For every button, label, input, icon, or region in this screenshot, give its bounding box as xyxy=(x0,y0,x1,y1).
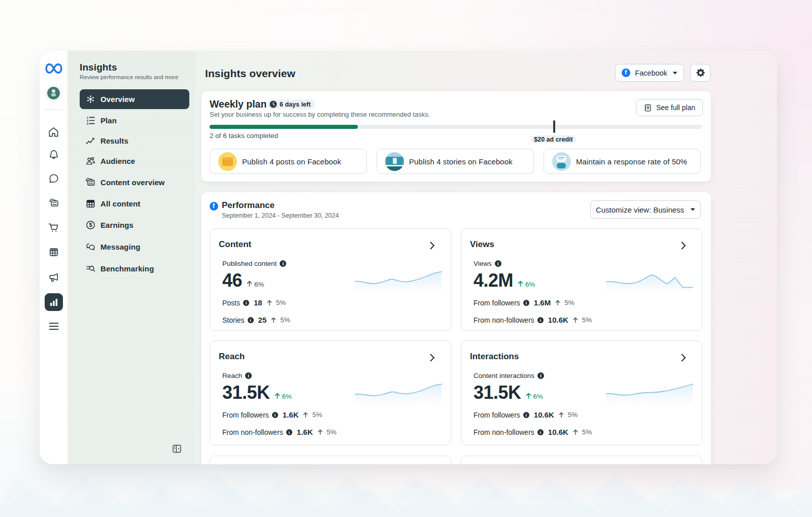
svg-text:3: 3 xyxy=(87,121,89,125)
svg-text:$: $ xyxy=(89,222,92,228)
